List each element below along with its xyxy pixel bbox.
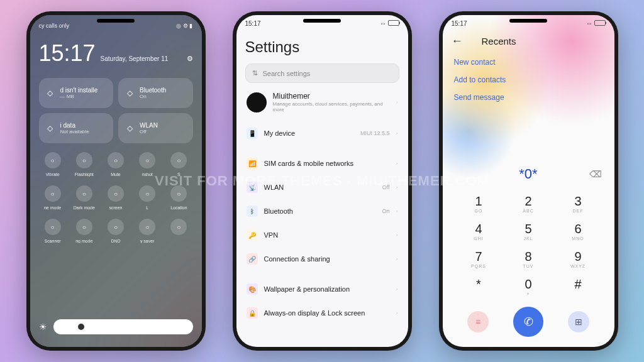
- search-placeholder: Search settings: [263, 70, 311, 77]
- phone-dialer: 15:17 ◦◦ ← Recents New contactAdd to con…: [439, 11, 618, 351]
- qs-small-tile[interactable]: ○L: [133, 185, 161, 210]
- qs-tile[interactable]: ◇d isn't installe— MB: [39, 78, 114, 108]
- row-icon: 📱: [247, 128, 258, 139]
- keypad-key[interactable]: 2ABC: [504, 190, 553, 217]
- keypad-key[interactable]: 9WXYZ: [553, 245, 603, 273]
- settings-row[interactable]: ᛒBluetoothOn›: [245, 199, 399, 223]
- keypad-key[interactable]: 7PQRS: [454, 245, 504, 273]
- settings-row[interactable]: 🔗Connection & sharing›: [245, 247, 399, 271]
- qs-tile[interactable]: ◇BluetoothOn: [118, 78, 193, 108]
- back-button[interactable]: ←: [452, 35, 463, 48]
- tile-icon: ◇: [125, 123, 135, 133]
- keypad-key[interactable]: 5JKL: [504, 217, 553, 245]
- phone-control-center: cy calls only ◎ ⚙ ▮ 15:17 Saturday, Sept…: [26, 11, 206, 351]
- tile-icon: ◇: [45, 123, 55, 133]
- tile-icon: ○: [170, 219, 187, 235]
- chevron-right-icon: ›: [396, 99, 398, 106]
- signal-icon: ◦◦: [380, 20, 385, 27]
- status-bar: cy calls only ◎ ⚙ ▮: [39, 23, 193, 29]
- search-icon: ⇅: [252, 69, 258, 77]
- settings-row[interactable]: 🎨Wallpaper & personalization›: [245, 277, 399, 301]
- menu-button[interactable]: ≡: [467, 311, 489, 332]
- settings-row[interactable]: 🔑VPN›: [245, 223, 399, 247]
- chevron-right-icon: ›: [396, 184, 398, 190]
- user-name: Miuithemer: [273, 92, 390, 101]
- settings-icon[interactable]: ⚙: [187, 55, 193, 63]
- row-icon: 🔗: [247, 253, 258, 265]
- qs-small-tile[interactable]: ○Flashlight: [70, 152, 98, 177]
- qs-small-tile[interactable]: ○DND: [102, 219, 130, 243]
- chevron-right-icon: ›: [396, 160, 398, 167]
- qs-small-tile[interactable]: ○Location: [165, 185, 192, 210]
- phone-settings: 15:17 ◦◦ Settings ⇅ Search settings Miui…: [233, 11, 412, 351]
- chevron-right-icon: ›: [396, 130, 398, 136]
- qs-small-tile[interactable]: ○nshot: [133, 152, 161, 177]
- date-text: Saturday, September 11: [101, 55, 169, 62]
- dialer-action[interactable]: Add to contacts: [454, 75, 603, 84]
- dialer-action[interactable]: New contact: [454, 58, 603, 67]
- keypad-key[interactable]: 0+: [504, 273, 553, 300]
- signal-icon: ◦◦: [587, 20, 591, 27]
- dialer-action[interactable]: Send message: [454, 93, 603, 102]
- keypad-toggle-button[interactable]: ⊞: [568, 311, 589, 332]
- tile-icon: ○: [139, 152, 155, 168]
- keypad-key[interactable]: 4GHI: [454, 217, 504, 245]
- tile-icon: ○: [45, 219, 61, 235]
- battery-icon: [388, 20, 399, 26]
- row-icon: 🎨: [247, 283, 258, 295]
- qs-small-tile[interactable]: ○screen: [102, 185, 130, 210]
- row-icon: ᛒ: [247, 206, 258, 217]
- row-icon: 📶: [247, 158, 258, 169]
- keypad-key[interactable]: 6MNO: [553, 217, 603, 245]
- chevron-right-icon: ›: [396, 256, 398, 262]
- settings-row[interactable]: 🔒Always-on display & Lock screen›: [245, 301, 399, 325]
- keypad-key[interactable]: 3DEF: [553, 190, 603, 217]
- chevron-right-icon: ›: [396, 208, 398, 214]
- keypad-key[interactable]: *: [454, 273, 504, 300]
- qs-tile[interactable]: ◇i dataNot available: [39, 113, 114, 143]
- tile-icon: ○: [139, 185, 155, 202]
- keypad-key[interactable]: #: [553, 273, 603, 300]
- status-time: 15:17: [245, 20, 261, 27]
- chevron-right-icon: ›: [396, 232, 398, 238]
- status-bar: 15:17 ◦◦: [443, 15, 614, 30]
- tile-icon: ○: [139, 219, 155, 235]
- user-sub: Manage accounts, cloud services, payment…: [273, 101, 390, 112]
- keypad-key[interactable]: 8TUV: [504, 245, 553, 273]
- qs-small-tile[interactable]: ○Dark mode: [70, 185, 98, 210]
- qs-tile[interactable]: ◇WLANOff: [118, 113, 193, 143]
- chevron-right-icon: ›: [396, 286, 398, 292]
- call-button[interactable]: ✆: [513, 307, 543, 337]
- keypad-key[interactable]: 1GO: [454, 190, 504, 217]
- qs-small-tile[interactable]: ○ne mode: [39, 185, 67, 210]
- avatar: [247, 92, 267, 112]
- tile-icon: ○: [45, 152, 61, 168]
- row-icon: 📡: [247, 182, 258, 193]
- qs-small-tile[interactable]: ○Mute: [102, 152, 130, 177]
- tile-icon: ◇: [45, 88, 55, 98]
- tile-icon: ○: [76, 185, 92, 202]
- page-title: Settings: [245, 38, 399, 56]
- dialed-number: *0*: [519, 166, 537, 182]
- settings-row[interactable]: 📱My deviceMIUI 12.5.5›: [245, 121, 399, 145]
- backspace-icon[interactable]: ⌫: [589, 169, 602, 179]
- qs-small-tile[interactable]: ○Vibrate: [39, 152, 67, 177]
- settings-row[interactable]: 📡WLANOff›: [245, 175, 399, 199]
- search-input[interactable]: ⇅ Search settings: [245, 63, 399, 83]
- brightness-icon: ☀: [39, 322, 47, 332]
- qs-small-tile[interactable]: ○ng mode: [70, 219, 98, 243]
- row-icon: 🔒: [247, 307, 258, 319]
- brightness-slider[interactable]: ☀: [39, 319, 193, 334]
- qs-small-tile[interactable]: ○Scanner: [39, 219, 67, 243]
- status-bar: 15:17 ◦◦: [236, 15, 408, 30]
- user-account-row[interactable]: Miuithemer Manage accounts, cloud servic…: [245, 83, 399, 121]
- qs-small-tile[interactable]: ○: [165, 219, 192, 243]
- status-time: 15:17: [452, 20, 467, 27]
- qs-small-tile[interactable]: ○y saver: [133, 219, 161, 243]
- tile-icon: ○: [170, 152, 187, 168]
- qs-small-tile[interactable]: ○S: [165, 152, 192, 177]
- tile-icon: ◇: [125, 88, 135, 98]
- settings-row[interactable]: 📶SIM cards & mobile networks›: [245, 151, 399, 175]
- tile-icon: ○: [76, 152, 92, 168]
- tile-icon: ○: [108, 152, 124, 168]
